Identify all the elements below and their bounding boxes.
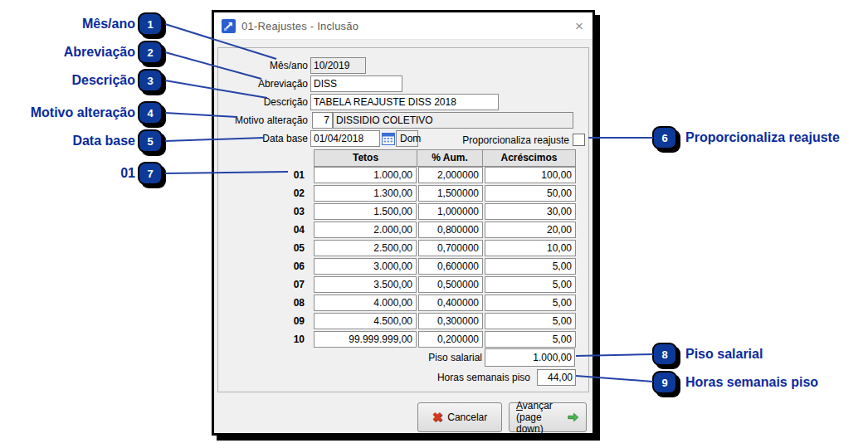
annotation-badge-4: 4	[138, 101, 163, 124]
column-header-tetos: Tetos	[315, 150, 417, 166]
mes-ano-field[interactable]: 10/2019	[310, 57, 366, 74]
table-row: 1099.999.999,000,2000005,00	[218, 331, 590, 348]
row-number: 02	[288, 185, 305, 202]
annotation-label-abreviacao: Abreviação	[64, 42, 135, 62]
aum-cell[interactable]: 1,000000	[418, 203, 483, 220]
data-base-field[interactable]: 01/04/2018	[310, 130, 380, 147]
motivo-label: Motivo alteração	[225, 112, 308, 129]
annotation-badge-3: 3	[138, 69, 163, 92]
annotation-badge-1: 1	[138, 12, 163, 36]
dialog-body: Mês/ano 10/2019 Abreviação DISS Descriçã…	[214, 40, 592, 433]
tetos-cell[interactable]: 2.000,00	[314, 222, 417, 238]
form-panel: Mês/ano 10/2019 Abreviação DISS Descriçã…	[217, 47, 589, 392]
descricao-field[interactable]: TABELA REAJUSTE DISS 2018	[310, 94, 499, 110]
abreviacao-field[interactable]: DISS	[310, 75, 402, 92]
annotation-badge-8: 8	[652, 343, 677, 366]
proporcionaliza-checkbox[interactable]	[573, 134, 585, 146]
annotation-label-motivo: Motivo alteração	[31, 103, 135, 123]
column-header-aum: % Aum.	[417, 150, 483, 166]
table-row: 084.000,000,4000005,00	[218, 295, 590, 311]
tetos-cell[interactable]: 3.500,00	[314, 276, 417, 293]
calendar-icon[interactable]	[382, 132, 395, 145]
acrescimos-cell[interactable]: 20,00	[485, 222, 576, 238]
aum-cell[interactable]: 0,800000	[418, 222, 483, 238]
table-row: 073.500,000,5000005,00	[218, 276, 590, 293]
aum-cell[interactable]: 2,000000	[418, 167, 483, 183]
table-row: 031.500,001,00000030,00	[218, 203, 590, 220]
tetos-cell[interactable]: 1.000,00	[314, 167, 417, 183]
table-row: 042.000,000,80000020,00	[218, 222, 590, 238]
table-row: 021.300,001,50000050,00	[218, 185, 590, 202]
annotation-label-horas: Horas semanais piso	[685, 373, 818, 392]
acrescimos-cell[interactable]: 5,00	[485, 295, 576, 311]
table-header: Tetos % Aum. Acréscimos	[314, 149, 576, 167]
table-row: 094.500,000,3000005,00	[218, 313, 590, 329]
annotation-badge-6: 6	[652, 126, 677, 149]
annotation-label-descricao: Descrição	[72, 71, 136, 90]
mes-ano-label: Mês/ano	[225, 57, 308, 74]
acrescimos-cell[interactable]: 30,00	[485, 203, 576, 220]
acrescimos-cell[interactable]: 5,00	[485, 258, 576, 275]
cancel-button[interactable]: ✖ Cancelar	[417, 402, 502, 432]
data-base-label: Data base	[225, 130, 308, 147]
tetos-cell[interactable]: 1.500,00	[314, 203, 417, 220]
cancel-x-icon: ✖	[432, 410, 443, 425]
descricao-label: Descrição	[225, 94, 308, 110]
row-number: 01	[288, 167, 305, 183]
annotation-label-proporcionaliza: Proporcionaliza reajuste	[685, 128, 840, 148]
tetos-cell[interactable]: 4.000,00	[314, 295, 417, 311]
app-icon	[222, 19, 236, 33]
acrescimos-cell[interactable]: 5,00	[485, 276, 576, 293]
acrescimos-cell[interactable]: 10,00	[485, 240, 576, 256]
annotation-badge-9: 9	[652, 371, 677, 394]
horas-semanais-field[interactable]: 44,00	[537, 369, 576, 386]
annotation-badge-7: 7	[138, 162, 163, 185]
row-number: 07	[288, 276, 305, 293]
tetos-cell[interactable]: 3.000,00	[314, 258, 417, 275]
table-row: 011.000,002,000000100,00	[218, 167, 590, 183]
tetos-cell[interactable]: 2.500,00	[314, 240, 417, 256]
acrescimos-cell[interactable]: 5,00	[485, 313, 576, 329]
aum-cell[interactable]: 0,500000	[418, 276, 483, 293]
aum-cell[interactable]: 0,200000	[418, 331, 483, 348]
close-icon[interactable]: ×	[573, 19, 585, 33]
row-number: 10	[288, 331, 305, 348]
annotation-label-data-base: Data base	[72, 131, 135, 151]
table-row: 052.500,000,70000010,00	[218, 240, 590, 256]
row-number: 04	[288, 222, 305, 238]
tetos-cell[interactable]: 1.300,00	[314, 185, 417, 202]
acrescimos-cell[interactable]: 5,00	[485, 331, 576, 348]
next-button[interactable]: Avançar (page down)	[509, 402, 587, 432]
tetos-cell[interactable]: 99.999.999,00	[314, 331, 417, 348]
aum-cell[interactable]: 0,600000	[418, 258, 483, 275]
row-number: 09	[288, 313, 305, 329]
window-title: 01-Reajustes - Inclusão	[241, 20, 573, 32]
horas-semanais-label: Horas semanais piso	[364, 369, 530, 386]
title-bar: 01-Reajustes - Inclusão ×	[214, 12, 592, 40]
annotation-label-01: 01	[120, 163, 135, 183]
motivo-code-field[interactable]: 7	[312, 112, 333, 129]
piso-salarial-field[interactable]: 1.000,00	[485, 348, 575, 367]
next-arrow-icon	[568, 411, 579, 423]
cancel-button-label: Cancelar	[447, 411, 487, 423]
annotation-label-piso: Piso salarial	[685, 344, 763, 364]
annotation-badge-2: 2	[138, 41, 163, 64]
acrescimos-cell[interactable]: 100,00	[485, 167, 576, 183]
abreviacao-label: Abreviação	[225, 75, 308, 92]
row-number: 08	[288, 295, 305, 311]
acrescimos-cell[interactable]: 50,00	[485, 185, 576, 202]
aum-cell[interactable]: 0,400000	[418, 295, 483, 311]
motivo-desc-field: DISSIDIO COLETIVO	[333, 112, 573, 129]
table-row: 063.000,000,6000005,00	[218, 258, 590, 275]
aum-cell[interactable]: 1,500000	[418, 185, 483, 202]
aum-cell[interactable]: 0,700000	[418, 240, 483, 256]
row-number: 03	[288, 203, 305, 220]
tetos-cell[interactable]: 4.500,00	[314, 313, 417, 329]
piso-salarial-label: Piso salarial	[316, 348, 482, 367]
row-number: 06	[288, 258, 305, 275]
annotation-label-mes-ano: Mês/ano	[82, 14, 135, 34]
reajustes-dialog: 01-Reajustes - Inclusão × Mês/ano 10/201…	[212, 10, 595, 436]
aum-cell[interactable]: 0,300000	[418, 313, 483, 329]
annotation-badge-5: 5	[138, 129, 163, 153]
proporcionaliza-label: Proporcionaliza reajuste	[403, 132, 569, 149]
